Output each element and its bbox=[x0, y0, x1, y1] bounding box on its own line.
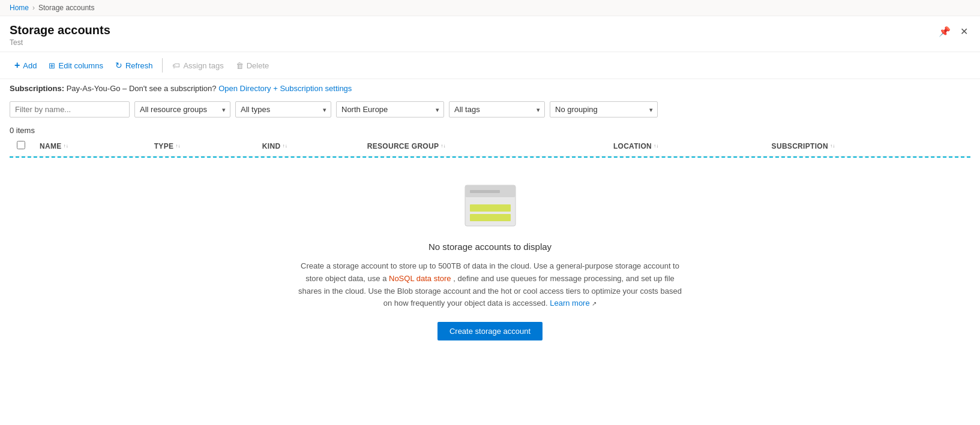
resource-table: NAME ↑↓ TYPE ↑↓ KIND ↑↓ bbox=[10, 136, 970, 158]
locations-select[interactable]: North Europe West Europe East US bbox=[336, 101, 444, 117]
breadcrumb: Home › Storage accounts bbox=[0, 0, 980, 16]
page-header-left: Storage accounts Test bbox=[10, 23, 110, 47]
nosql-link[interactable]: NoSQL data store bbox=[389, 274, 451, 283]
close-button[interactable]: ✕ bbox=[958, 23, 970, 40]
page-header: Storage accounts Test 📌 ✕ bbox=[0, 16, 980, 52]
toolbar-separator bbox=[162, 58, 163, 73]
svg-rect-2 bbox=[470, 190, 500, 193]
types-filter: All types bbox=[235, 101, 331, 117]
select-all-header bbox=[10, 136, 32, 156]
refresh-label: Refresh bbox=[125, 61, 153, 70]
external-link-icon: ↗ bbox=[592, 300, 597, 307]
assign-tags-icon: 🏷 bbox=[172, 61, 180, 70]
create-storage-account-button[interactable]: Create storage account bbox=[437, 322, 543, 340]
resource-groups-filter: All resource groups bbox=[134, 101, 230, 117]
breadcrumb-current: Storage accounts bbox=[38, 4, 94, 12]
rg-sort-arrows[interactable]: ↑↓ bbox=[440, 144, 446, 149]
table-header-row: NAME ↑↓ TYPE ↑↓ KIND ↑↓ bbox=[10, 136, 970, 156]
assign-tags-label: Assign tags bbox=[183, 61, 223, 70]
svg-rect-3 bbox=[470, 204, 511, 212]
col-resource-group-label: RESOURCE GROUP bbox=[367, 142, 439, 150]
col-subscription-label: SUBSCRIPTION bbox=[772, 142, 828, 150]
edit-columns-button[interactable]: ⊞ Edit columns bbox=[44, 58, 107, 73]
breadcrumb-separator: › bbox=[32, 4, 35, 12]
subscriptions-prompt: Don't see a subscription? bbox=[129, 84, 217, 93]
pin-button[interactable]: 📌 bbox=[936, 23, 953, 40]
edit-columns-label: Edit columns bbox=[58, 61, 103, 70]
empty-title: No storage accounts to display bbox=[428, 242, 552, 252]
table-container: NAME ↑↓ TYPE ↑↓ KIND ↑↓ bbox=[0, 136, 980, 158]
tags-select[interactable]: All tags bbox=[449, 101, 545, 117]
subscriptions-value: Pay-As-You-Go bbox=[67, 84, 121, 93]
col-subscription: SUBSCRIPTION ↑↓ bbox=[765, 136, 970, 156]
page-subtitle: Test bbox=[10, 38, 110, 47]
subscriptions-bar: Subscriptions: Pay-As-You-Go – Don't see… bbox=[0, 79, 980, 98]
svg-rect-4 bbox=[470, 214, 511, 221]
items-count: 0 items bbox=[0, 123, 980, 136]
col-location: LOCATION ↑↓ bbox=[606, 136, 765, 156]
tags-filter: All tags bbox=[449, 101, 545, 117]
col-location-label: LOCATION bbox=[613, 142, 652, 150]
page-title: Storage accounts bbox=[10, 23, 110, 37]
resource-groups-select[interactable]: All resource groups bbox=[134, 101, 230, 117]
col-name-label: NAME bbox=[40, 142, 62, 150]
col-type: TYPE ↑↓ bbox=[147, 136, 255, 156]
add-button[interactable]: + Add bbox=[10, 57, 41, 74]
create-storage-account-label: Create storage account bbox=[449, 327, 531, 336]
subscriptions-label: Subscriptions: bbox=[10, 84, 64, 93]
toolbar: + Add ⊞ Edit columns ↻ Refresh 🏷 Assign … bbox=[0, 52, 980, 79]
add-icon: + bbox=[14, 60, 20, 71]
delete-label: Delete bbox=[247, 61, 269, 70]
col-resource-group: RESOURCE GROUP ↑↓ bbox=[360, 136, 606, 156]
pin-icon: 📌 bbox=[939, 26, 951, 37]
items-count-value: 0 items bbox=[10, 126, 35, 135]
types-select[interactable]: All types bbox=[235, 101, 331, 117]
breadcrumb-home[interactable]: Home bbox=[10, 4, 29, 12]
col-name: NAME ↑↓ bbox=[32, 136, 147, 156]
subscription-sort-arrows[interactable]: ↑↓ bbox=[830, 144, 835, 149]
empty-description: Create a storage account to store up to … bbox=[298, 260, 682, 310]
col-type-label: TYPE bbox=[154, 142, 174, 150]
filters-row: All resource groups All types North Euro… bbox=[0, 98, 980, 123]
delete-button[interactable]: 🗑 Delete bbox=[231, 58, 274, 73]
grouping-select[interactable]: No grouping Resource group Location Type bbox=[550, 101, 658, 117]
close-icon: ✕ bbox=[960, 26, 968, 37]
delete-icon: 🗑 bbox=[236, 61, 244, 70]
select-all-checkbox[interactable] bbox=[17, 141, 25, 149]
filter-by-name-input[interactable] bbox=[10, 101, 130, 117]
type-sort-arrows[interactable]: ↑↓ bbox=[175, 144, 181, 149]
refresh-button[interactable]: ↻ Refresh bbox=[110, 58, 158, 73]
page-header-actions: 📌 ✕ bbox=[936, 23, 970, 40]
grouping-filter: No grouping Resource group Location Type bbox=[550, 101, 658, 117]
col-kind-label: KIND bbox=[262, 142, 281, 150]
kind-sort-arrows[interactable]: ↑↓ bbox=[282, 144, 287, 149]
refresh-icon: ↻ bbox=[115, 61, 122, 70]
add-label: Add bbox=[23, 61, 37, 70]
name-sort-arrows[interactable]: ↑↓ bbox=[64, 144, 69, 149]
assign-tags-button[interactable]: 🏷 Assign tags bbox=[167, 58, 228, 73]
open-directory-link[interactable]: Open Directory + Subscription settings bbox=[218, 84, 352, 93]
location-sort-arrows[interactable]: ↑↓ bbox=[654, 144, 659, 149]
empty-state: No storage accounts to display Create a … bbox=[0, 158, 980, 358]
col-kind: KIND ↑↓ bbox=[255, 136, 360, 156]
edit-columns-icon: ⊞ bbox=[49, 61, 55, 70]
learn-more-link[interactable]: Learn more bbox=[550, 299, 589, 308]
table-header: NAME ↑↓ TYPE ↑↓ KIND ↑↓ bbox=[10, 136, 970, 156]
storage-illustration bbox=[460, 182, 520, 230]
locations-filter: North Europe West Europe East US bbox=[336, 101, 444, 117]
